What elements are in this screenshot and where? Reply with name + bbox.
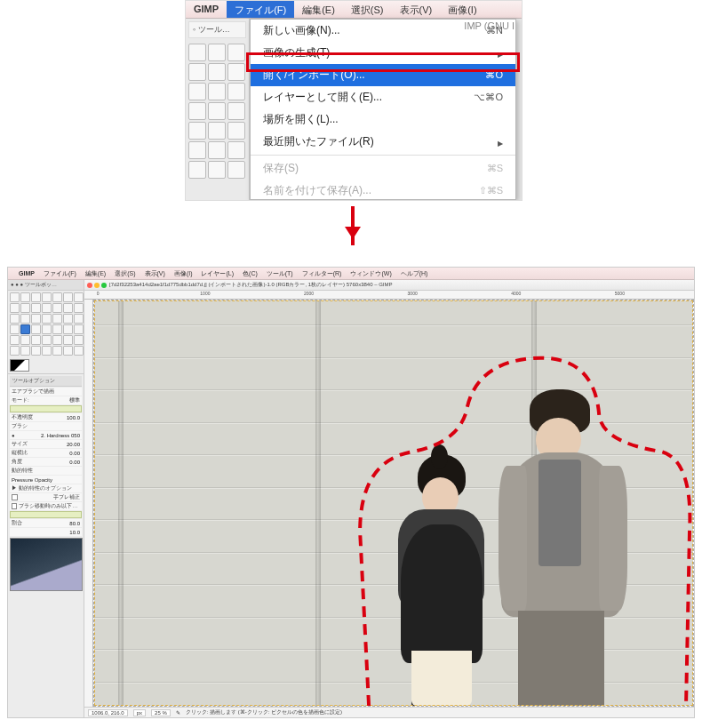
ruler-horizontal[interactable]: 0 1000 2000 3000 4000 5000 [84, 291, 694, 300]
menubar-item[interactable]: ウィンドウ(W) [346, 269, 395, 278]
tool-icon[interactable] [52, 303, 62, 313]
tool-icon[interactable] [227, 122, 245, 140]
tool-icon[interactable] [188, 44, 206, 61]
tool-icon[interactable] [63, 292, 73, 302]
mode-row[interactable]: モード:標準 [10, 396, 82, 404]
tool-icon[interactable] [42, 335, 52, 345]
tool-icon[interactable] [52, 335, 62, 345]
ruler-vertical[interactable] [84, 300, 93, 707]
tool-icon[interactable] [74, 314, 84, 324]
tool-icon[interactable] [52, 314, 62, 324]
tool-icon[interactable] [31, 314, 41, 324]
tool-icon[interactable] [63, 314, 73, 324]
tool-icon[interactable] [31, 292, 41, 302]
menubar-app[interactable]: GIMP [14, 270, 39, 276]
hardedge-row[interactable]: ブラシ移動時のみ以下を適用 [10, 502, 82, 510]
tool-icon[interactable] [208, 102, 226, 120]
tool-icon[interactable] [74, 335, 84, 345]
menubar-item[interactable]: 画像(I) [170, 269, 197, 278]
tool-icon[interactable] [208, 83, 226, 100]
dynamics-row[interactable]: 動的特性 [10, 467, 82, 475]
tool-options-tab[interactable]: ツールオプション [10, 376, 82, 387]
rate-slider[interactable] [10, 511, 82, 518]
tool-icon[interactable] [63, 303, 73, 313]
menubar-item[interactable]: フィルター(R) [298, 269, 347, 278]
menubar-item-view[interactable]: 表示(V) [392, 1, 441, 18]
menubar-item[interactable]: ファイル(F) [39, 269, 81, 278]
tool-icon[interactable] [20, 314, 30, 324]
minimize-icon[interactable] [94, 283, 100, 288]
tool-icon[interactable] [42, 292, 52, 302]
canvas[interactable] [93, 300, 694, 707]
menu-item-recent[interactable]: 最近開いたファイル(R) [251, 131, 515, 153]
tool-icon[interactable] [63, 335, 73, 345]
tool-icon[interactable] [188, 83, 206, 100]
tool-icon[interactable] [227, 102, 245, 120]
tool-icon[interactable] [10, 335, 20, 345]
tool-icon[interactable] [42, 324, 52, 334]
tool-icon-selected[interactable] [20, 324, 30, 334]
tool-icon[interactable] [52, 324, 62, 334]
tool-icon[interactable] [63, 324, 73, 334]
angle-row[interactable]: 角度0.00 [10, 458, 82, 466]
checkbox-icon[interactable] [12, 503, 17, 509]
dynamics-value[interactable]: Pressure Opacity [10, 476, 82, 484]
menubar-item[interactable]: 表示(V) [140, 269, 170, 278]
tool-icon[interactable] [10, 303, 20, 313]
jitter-row[interactable]: 手ブレ補正 [10, 493, 82, 501]
menubar-app[interactable]: GIMP [186, 1, 227, 18]
tool-icon[interactable] [10, 346, 20, 356]
tool-icon[interactable] [20, 346, 30, 356]
tool-icon[interactable] [188, 141, 206, 159]
menubar-item[interactable]: ヘルプ(H) [396, 269, 433, 278]
menubar-item[interactable]: 選択(S) [110, 269, 140, 278]
tool-icon[interactable] [10, 324, 20, 334]
tool-icon[interactable] [227, 141, 245, 159]
tool-icon[interactable] [31, 303, 41, 313]
tool-icon[interactable] [31, 324, 41, 334]
menubar-item-image[interactable]: 画像(I) [440, 1, 484, 18]
tool-icon[interactable] [188, 161, 206, 179]
tool-icon[interactable] [208, 141, 226, 159]
tool-icon[interactable] [208, 122, 226, 140]
tool-icon[interactable] [63, 346, 73, 356]
menubar-item[interactable]: 色(C) [238, 269, 262, 278]
tool-icon[interactable] [208, 44, 226, 61]
tool-icon[interactable] [227, 83, 245, 100]
tool-icon[interactable] [42, 303, 52, 313]
tool-icon[interactable] [52, 346, 62, 356]
tool-icon[interactable] [31, 335, 41, 345]
fg-bg-swatch[interactable] [10, 359, 29, 372]
tool-icon[interactable] [52, 292, 62, 302]
menubar-item[interactable]: ツール(T) [262, 269, 298, 278]
menubar-item[interactable]: レイヤー(L) [196, 269, 238, 278]
tool-icon[interactable] [227, 44, 245, 61]
menubar-item-select[interactable]: 選択(S) [343, 1, 392, 18]
brush-value[interactable]: ●2. Hardness 050 [10, 431, 82, 439]
tool-icon[interactable] [74, 324, 84, 334]
tool-icon[interactable] [208, 161, 226, 179]
tool-icon[interactable] [31, 346, 41, 356]
menu-item-open-as-layer[interactable]: レイヤーとして開く(E)...⌥⌘O [251, 86, 515, 108]
tool-icon[interactable] [74, 346, 84, 356]
menu-item-create[interactable]: 画像の生成(T) [251, 42, 515, 64]
tool-icon[interactable] [208, 63, 226, 81]
tool-icon[interactable] [188, 63, 206, 81]
menu-item-open-location[interactable]: 場所を開く(L)... [251, 108, 515, 131]
zoom-icon[interactable] [101, 283, 107, 288]
toolbox-tab[interactable]: ◦ ツール… [188, 21, 246, 38]
status-unit[interactable]: px [133, 709, 146, 716]
navigation-thumbnail[interactable] [10, 538, 83, 591]
tool-icon[interactable] [10, 314, 20, 324]
menubar-item-edit[interactable]: 編集(E) [294, 1, 343, 18]
tool-icon[interactable] [188, 122, 206, 140]
menu-item-open[interactable]: 開く/インポート(O)...⌘O [251, 64, 515, 86]
status-zoom[interactable]: 25 % [151, 709, 171, 716]
close-icon[interactable] [87, 283, 92, 288]
tool-icon[interactable] [10, 292, 20, 302]
tool-icon[interactable] [188, 102, 206, 120]
tool-icon[interactable] [20, 335, 30, 345]
brush-row[interactable]: ブラシ [10, 422, 82, 430]
tool-icon[interactable] [20, 303, 30, 313]
toolbox-tab[interactable]: ● ● ● ツールボッ… [8, 280, 84, 291]
